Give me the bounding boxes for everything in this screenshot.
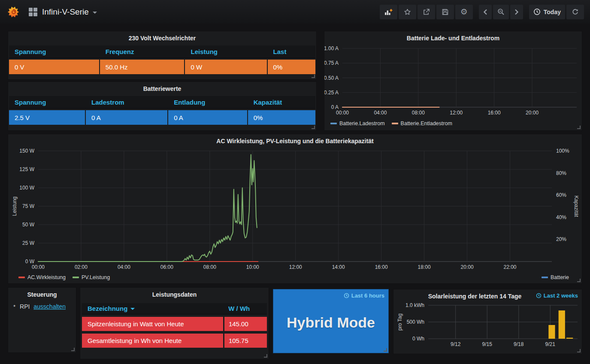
value-cell-spannung: 2.5 V — [9, 110, 85, 125]
panel-title[interactable]: Batteriewerte — [8, 85, 316, 92]
clock-icon — [533, 8, 541, 15]
row-value: 145.00 — [224, 317, 267, 331]
clock-icon — [344, 293, 349, 298]
svg-text:Kapazität: Kapazität — [573, 196, 579, 217]
table-header-row: Bezeichnung W / Wh — [82, 303, 267, 315]
panel-resize-handle[interactable] — [384, 348, 387, 352]
time-forward-button[interactable] — [510, 5, 523, 19]
legend-item[interactable]: Batterie.Ladestrom — [330, 120, 385, 126]
column-header-bezeichnung[interactable]: Bezeichnung — [82, 305, 224, 312]
svg-text:16:00: 16:00 — [488, 110, 501, 116]
panel-main-power-chart: AC Wirkleistung, PV-Leistung und die Bat… — [8, 134, 582, 284]
svg-text:125 W: 125 W — [19, 166, 34, 172]
table-row: 2.5 V 0 A 0 A 0% — [9, 110, 315, 125]
panel-title[interactable]: Leistungsdaten — [80, 291, 269, 298]
column-header[interactable]: Spannung — [9, 99, 85, 106]
svg-text:150 W: 150 W — [19, 148, 34, 154]
panel-resize-handle[interactable] — [577, 126, 581, 129]
star-button[interactable] — [399, 5, 416, 19]
bullet: * — [13, 304, 15, 310]
panel-solar-chart: Solarleistung der letzten 14 Tage Last 2… — [393, 289, 582, 354]
legend-item[interactable]: PV.Leistung — [73, 274, 110, 280]
solar-daily-chart[interactable]: 0 Wh500 Wh1.0 kWh9/129/159/189/21pro Tag — [393, 289, 582, 355]
panel-resize-handle[interactable] — [71, 348, 75, 351]
refresh-button[interactable] — [566, 5, 584, 19]
dashboards-icon[interactable] — [29, 8, 37, 16]
value-cell-spannung: 0 V — [9, 60, 99, 74]
svg-text:04:00: 04:00 — [118, 264, 130, 270]
panel-resize-handle[interactable] — [577, 279, 581, 282]
panel-resize-handle[interactable] — [577, 349, 581, 352]
column-header-wwh[interactable]: W / Wh — [224, 305, 267, 312]
dashboard-title-dropdown[interactable]: Infini-V-Serie — [42, 7, 97, 17]
svg-text:02:00: 02:00 — [75, 264, 88, 270]
legend-item[interactable]: Batterie.Entladestrom — [392, 120, 452, 126]
column-header[interactable]: Leistung — [185, 48, 266, 55]
legend-swatch-icon — [542, 277, 548, 278]
table-header-row: Spannung Frequenz Leistung Last — [9, 45, 315, 58]
svg-text:500 Wh: 500 Wh — [407, 319, 424, 325]
legend-label: Batterie.Entladestrom — [401, 120, 452, 126]
brand: Infini-V-Serie — [0, 6, 97, 18]
add-panel-button[interactable] — [380, 5, 397, 19]
steuerung-content: *RPI ausschalten — [13, 303, 66, 310]
svg-text:1.00 A: 1.00 A — [324, 45, 339, 51]
share-button[interactable] — [418, 5, 435, 19]
table-row: 0 V 50.0 Hz 0 W 0% — [9, 60, 315, 74]
row-value: 105.75 — [224, 334, 267, 348]
time-back-button[interactable] — [479, 5, 492, 19]
sort-caret-icon — [130, 308, 135, 310]
column-header[interactable]: Frequenz — [100, 48, 185, 55]
svg-text:16:00: 16:00 — [375, 264, 388, 270]
share-icon — [423, 9, 430, 15]
time-range-button[interactable]: Today — [529, 5, 565, 19]
panel-batteriewerte: Batteriewerte Spannung Ladestrom Entladu… — [8, 81, 317, 131]
ausschalten-link[interactable]: ausschalten — [33, 303, 66, 310]
svg-text:00:00: 00:00 — [336, 110, 349, 116]
svg-text:10:00: 10:00 — [246, 264, 259, 270]
panel-hybrid-mode: Last 6 hours Hybrid Mode — [273, 289, 389, 353]
main-power-chart[interactable]: 0 W25 W50 W75 W100 W125 W150 W00:0002:00… — [8, 134, 582, 285]
grafana-logo-icon[interactable] — [7, 6, 19, 18]
svg-text:08:00: 08:00 — [412, 110, 425, 116]
legend-item[interactable]: Batterie — [542, 274, 569, 280]
column-header[interactable]: Spannung — [9, 48, 99, 55]
panel-steuerung: Steuerung *RPI ausschalten — [8, 287, 76, 353]
panel-title[interactable]: Steuerung — [8, 291, 76, 298]
panel-resize-handle[interactable] — [312, 126, 315, 129]
battery-current-chart[interactable]: 0 A0.25 A0.50 A0.75 A1.00 A00:0004:0008:… — [324, 31, 582, 132]
save-button[interactable] — [436, 5, 454, 19]
panel-resize-handle[interactable] — [312, 75, 315, 78]
svg-text:20:00: 20:00 — [526, 110, 539, 116]
svg-text:75 W: 75 W — [22, 203, 35, 209]
legend-item[interactable]: AC.Wirkleistung — [18, 274, 66, 280]
svg-text:60%: 60% — [556, 192, 566, 198]
column-header[interactable]: Entladung — [168, 99, 247, 106]
time-override-badge: Last 6 hours — [344, 292, 384, 299]
zoom-out-button[interactable] — [493, 5, 509, 19]
svg-text:22:00: 22:00 — [504, 264, 517, 270]
chevron-left-icon — [483, 9, 487, 15]
legend-swatch-icon — [18, 277, 25, 278]
legend-label: PV.Leistung — [82, 274, 110, 280]
svg-text:20:00: 20:00 — [461, 264, 474, 270]
value-cell-ladestrom: 0 A — [86, 110, 167, 125]
value-cell-kapazitaet: 0% — [248, 110, 315, 125]
column-header[interactable]: Ladestrom — [86, 99, 167, 106]
svg-text:0.75 A: 0.75 A — [324, 60, 339, 66]
legend-label: Batterie — [551, 274, 569, 280]
column-header[interactable]: Last — [268, 48, 315, 55]
legend-swatch-icon — [73, 277, 79, 278]
hybrid-mode-text: Hybrid Mode — [273, 314, 388, 331]
panel-resize-handle[interactable] — [264, 354, 267, 358]
table-row: Gesamtleistung in Wh von Heute 105.75 — [82, 334, 267, 348]
panel-title[interactable]: 230 Volt Wechselrichter — [8, 35, 316, 42]
chart-legend: Batterie.LadestromBatterie.Entladestrom — [330, 120, 459, 126]
column-header[interactable]: Kapazität — [248, 99, 315, 106]
settings-button[interactable]: ⚙ — [455, 5, 473, 19]
value-cell-last: 0% — [268, 60, 315, 74]
table-header-row: Spannung Ladestrom Entladung Kapazität — [9, 96, 315, 109]
svg-text:9/12: 9/12 — [451, 341, 461, 347]
top-nav: Infini-V-Serie — [0, 0, 590, 24]
svg-text:pro Tag: pro Tag — [397, 313, 403, 331]
